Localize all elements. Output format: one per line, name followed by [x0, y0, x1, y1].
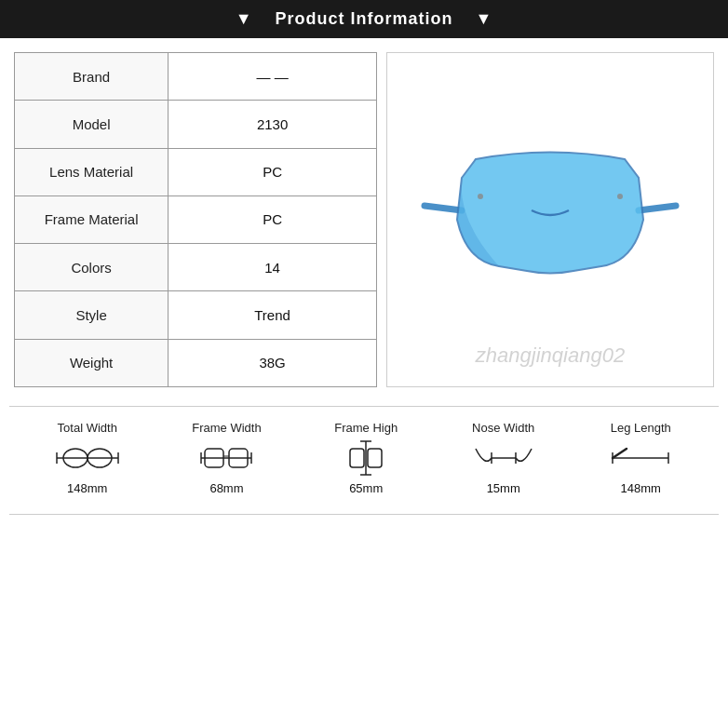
table-row: Model 2130 — [15, 101, 377, 148]
table-value: PC — [169, 148, 377, 195]
frame-width-icon — [194, 439, 259, 477]
header-right-arrow: ▼ — [476, 9, 493, 28]
table-value: 14 — [169, 244, 377, 291]
table-row: Colors 14 — [15, 244, 377, 291]
main-content: Brand — — Model 2130 Lens Material PC Fr… — [0, 38, 728, 401]
watermark: zhangjinqiang02 — [476, 344, 625, 368]
measure-value: 65mm — [349, 481, 383, 495]
page-header: ▼ Product Information ▼ — [0, 0, 728, 38]
header-title: Product Information — [276, 9, 453, 28]
frame-high-icon — [333, 439, 398, 477]
svg-point-2 — [478, 194, 483, 199]
table-label: Brand — [15, 53, 169, 101]
table-label: Weight — [15, 339, 169, 386]
measure-label: Nose Width — [472, 421, 534, 435]
table-label: Colors — [15, 244, 169, 291]
measurements-section: Total Width 148mm Frame Width 68mm — [9, 406, 719, 505]
product-image — [420, 127, 681, 313]
measure-label: Total Width — [58, 421, 117, 435]
svg-line-0 — [425, 206, 462, 210]
table-label: Model — [15, 101, 169, 148]
measure-item-nose-width: Nose Width 15mm — [471, 421, 536, 495]
table-value: 38G — [169, 339, 377, 386]
measure-item-frame-high: Frame High 65mm — [333, 421, 398, 495]
measure-value: 148mm — [67, 481, 107, 495]
table-row: Frame Material PC — [15, 195, 377, 243]
table-value: Trend — [169, 291, 377, 339]
measure-item-total-width: Total Width 148mm — [55, 421, 120, 495]
header-left-arrow: ▼ — [236, 9, 253, 28]
measure-value: 148mm — [621, 481, 661, 495]
product-info-table: Brand — — Model 2130 Lens Material PC Fr… — [14, 52, 377, 387]
bottom-divider — [9, 514, 719, 515]
svg-line-27 — [613, 449, 627, 458]
svg-line-1 — [639, 206, 676, 210]
table-value: 2130 — [169, 101, 377, 148]
product-image-area: zhangjinqiang02 — [386, 52, 714, 387]
table-row: Lens Material PC — [15, 148, 377, 195]
total-width-icon — [55, 439, 120, 477]
measure-label: Frame High — [334, 421, 398, 435]
leg-length-icon — [608, 439, 673, 477]
table-row: Weight 38G — [15, 339, 377, 386]
nose-width-icon — [471, 439, 536, 477]
svg-rect-20 — [368, 449, 382, 467]
table-row: Brand — — — [15, 53, 377, 101]
table-row: Style Trend — [15, 291, 377, 339]
measurements-grid: Total Width 148mm Frame Width 68mm — [19, 421, 709, 495]
measure-item-leg-length: Leg Length 148mm — [608, 421, 673, 495]
table-value: PC — [169, 195, 377, 243]
measure-label: Leg Length — [611, 421, 671, 435]
measure-value: 68mm — [209, 481, 243, 495]
svg-rect-19 — [350, 449, 364, 467]
table-label: Lens Material — [15, 148, 169, 195]
table-label: Style — [15, 291, 169, 339]
measure-item-frame-width: Frame Width 68mm — [192, 421, 261, 495]
measure-value: 15mm — [487, 481, 520, 495]
table-value: — — — [169, 53, 377, 101]
measure-label: Frame Width — [192, 421, 261, 435]
table-label: Frame Material — [15, 195, 169, 243]
svg-point-3 — [617, 194, 623, 199]
